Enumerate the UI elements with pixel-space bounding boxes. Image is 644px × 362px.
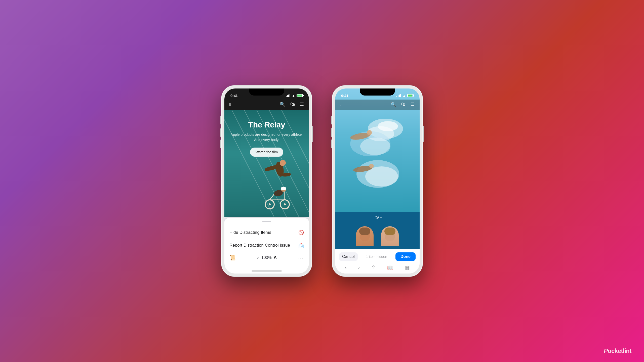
appletv-section:  tv + <box>335 212 420 254</box>
phones-container: 9:41 ▲  🔍 <box>221 85 423 277</box>
report-distraction-item[interactable]: Report Distraction Control Issue 📩 <box>224 239 309 252</box>
bottom-sheet: Hide Distracting Items 🚫 Report Distract… <box>224 218 309 274</box>
sheet-handle <box>262 221 271 222</box>
left-iphone: 9:41 ▲  🔍 <box>221 85 312 277</box>
right-screen: 9:41 ▲ <box>335 88 420 274</box>
right-toolbar: ‹ › ⇧ 📖 ▦ <box>339 263 416 272</box>
zoom-increase-icon[interactable]: A <box>274 255 277 260</box>
share-icon[interactable]: ⇧ <box>371 264 376 270</box>
zoom-level: 100% <box>261 255 272 260</box>
reader-icon[interactable]: 📜 <box>229 255 236 261</box>
left-status-time: 9:41 <box>230 94 238 98</box>
right-battery-icon <box>407 94 414 97</box>
right-status-icons: ▲ <box>396 94 414 98</box>
right-notch <box>360 88 395 96</box>
menu-icon[interactable]: ☰ <box>300 102 304 107</box>
right-search-icon[interactable]: 🔍 <box>390 102 396 107</box>
left-status-icons: ▲ <box>286 94 303 98</box>
apple-logo-icon:  <box>229 102 231 107</box>
svg-point-13 <box>284 203 286 205</box>
characters-row <box>356 226 399 246</box>
watch-film-button[interactable]: Watch the film <box>250 148 283 157</box>
right-status-time: 9:41 <box>341 94 348 98</box>
character-face-2 <box>381 226 399 246</box>
more-icon[interactable]: ··· <box>298 255 304 261</box>
svg-point-21 <box>360 138 390 155</box>
swim-scene <box>335 109 420 204</box>
right-nav-bar:  🔍 🛍 ☰ <box>335 100 420 110</box>
eye-slash-icon: 🚫 <box>298 230 304 235</box>
books-icon[interactable]: 📖 <box>387 264 393 270</box>
swim-image: 9:41 ▲ <box>335 88 420 212</box>
report-distraction-label: Report Distraction Control Issue <box>229 243 290 248</box>
tv-text: tv <box>376 215 379 220</box>
athletes-illustration <box>229 157 304 212</box>
watermark-bold-p: P <box>604 347 608 354</box>
back-icon[interactable]: ‹ <box>345 264 347 270</box>
right-phone-content: 9:41 ▲ <box>335 88 420 274</box>
done-button[interactable]: Done <box>395 252 416 261</box>
left-toolbar: 📜 A 100% A ··· <box>224 252 309 263</box>
notch <box>249 88 284 96</box>
apple-tv-icon:  <box>373 215 374 220</box>
left-screen: 9:41 ▲  🔍 <box>224 88 309 274</box>
hero-section: The Relay Apple products are designed fo… <box>224 110 309 217</box>
watermark-text: ocketlint <box>608 347 631 354</box>
appletv-logo:  tv + <box>373 215 382 220</box>
character-face-1 <box>356 226 374 246</box>
signal-icon <box>286 94 290 97</box>
wifi-icon: ▲ <box>292 94 295 98</box>
left-nav-bar:  🔍 🛍 ☰ <box>224 100 309 110</box>
forward-icon[interactable]: › <box>358 264 360 270</box>
right-nav-icons: 🔍 🛍 ☰ <box>390 102 415 107</box>
swimmer-figure <box>265 159 295 179</box>
left-nav-icons: 🔍 🛍 ☰ <box>280 102 304 107</box>
search-icon[interactable]: 🔍 <box>280 102 285 107</box>
hide-distracting-item[interactable]: Hide Distracting Items 🚫 <box>224 226 309 239</box>
plus-text: + <box>380 216 382 220</box>
right-signal-icon <box>396 94 401 97</box>
watermark: Pocketlint <box>604 347 631 354</box>
cancel-button[interactable]: Cancel <box>339 252 358 261</box>
wheelchair-racer-figure <box>260 184 292 209</box>
left-home-indicator <box>252 270 282 272</box>
right-bag-icon[interactable]: 🛍 <box>401 102 406 107</box>
right-bottom-bar: Cancel 1 item hidden Done ‹ › ⇧ 📖 ▦ <box>335 249 420 274</box>
right-menu-icon[interactable]: ☰ <box>411 102 415 107</box>
svg-point-7 <box>280 160 286 166</box>
hidden-count-text: 1 item hidden <box>366 255 387 259</box>
bag-icon[interactable]: 🛍 <box>290 102 295 107</box>
svg-point-19 <box>378 121 398 131</box>
right-iphone: 9:41 ▲ <box>332 85 423 277</box>
hidden-notice-bar: Cancel 1 item hidden Done <box>339 252 416 261</box>
right-apple-logo-icon:  <box>340 102 342 107</box>
flag-icon: 📩 <box>298 243 304 248</box>
right-wifi-icon: ▲ <box>403 94 406 98</box>
svg-point-16 <box>281 187 286 190</box>
hide-distracting-label: Hide Distracting Items <box>229 230 271 235</box>
zoom-control: A 100% A <box>257 255 277 260</box>
tabs-icon[interactable]: ▦ <box>405 264 410 270</box>
zoom-decrease-icon[interactable]: A <box>257 256 259 260</box>
svg-point-12 <box>269 203 271 205</box>
battery-icon <box>297 94 303 97</box>
